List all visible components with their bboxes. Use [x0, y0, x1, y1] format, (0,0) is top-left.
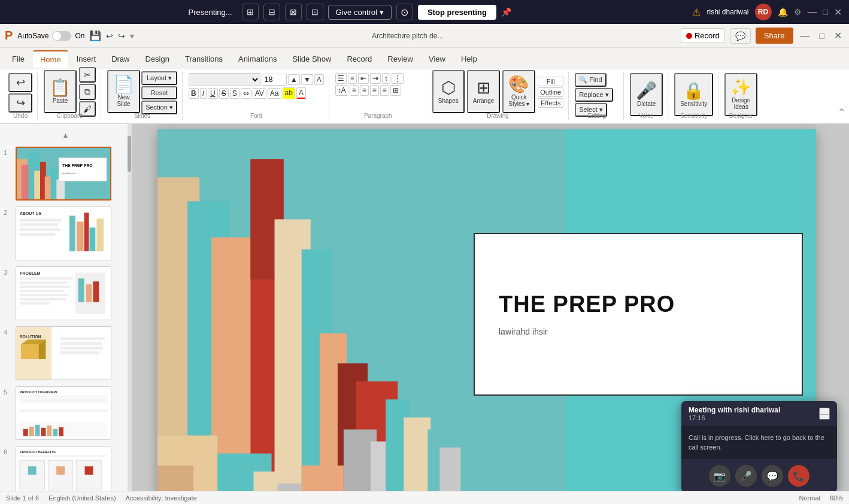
- give-control-button[interactable]: Give control ▾: [328, 5, 392, 20]
- laser-pointer-button[interactable]: ⊙: [396, 4, 413, 20]
- meeting-video-button[interactable]: 📷: [709, 465, 730, 487]
- meeting-body[interactable]: Call is in progress. Click here to go ba…: [681, 426, 837, 459]
- shadow-button[interactable]: S: [230, 88, 239, 99]
- paste-button[interactable]: 📋 Paste: [44, 70, 77, 113]
- slide-text-box[interactable]: THE PREP PRO lawirahd ihsir: [474, 233, 803, 396]
- slide-item-2[interactable]: 2 ABOUT US: [2, 205, 129, 262]
- clear-formatting-button[interactable]: A: [314, 74, 324, 85]
- bold-button[interactable]: B: [189, 88, 199, 99]
- tab-record[interactable]: Record: [339, 51, 379, 67]
- meeting-minimize-button[interactable]: —: [819, 408, 830, 420]
- slide-thumb-4[interactable]: SOLUTION: [16, 326, 111, 380]
- columns-button[interactable]: ⋮: [392, 73, 404, 84]
- tab-transitions[interactable]: Transitions: [178, 51, 230, 67]
- save-icon[interactable]: 💾: [89, 30, 101, 41]
- slide-thumb-1[interactable]: THE PREP PRO lawirahd ihsir: [16, 147, 111, 201]
- highlight-color-button[interactable]: ab: [283, 87, 295, 99]
- maximize-icon[interactable]: □: [823, 7, 828, 17]
- quick-styles-button[interactable]: 🎨 QuickStyles ▾: [502, 70, 535, 113]
- close-icon[interactable]: ✕: [834, 7, 842, 18]
- tab-animations[interactable]: Animations: [231, 51, 284, 67]
- font-color-button[interactable]: A: [296, 87, 306, 99]
- find-button[interactable]: 🔍 Find: [575, 73, 606, 87]
- title-close-icon[interactable]: ✕: [832, 30, 844, 41]
- redo-icon[interactable]: ↪: [118, 31, 125, 41]
- shape-effects-button[interactable]: Effects: [538, 98, 563, 108]
- undo-button[interactable]: ↩: [8, 73, 32, 92]
- redo-button[interactable]: ↪: [8, 93, 32, 113]
- slide-panel: ▲ 1: [0, 124, 132, 504]
- font-family-selector[interactable]: [189, 73, 260, 86]
- pres-icon-2[interactable]: ⊟: [263, 4, 280, 20]
- tab-design[interactable]: Design: [138, 51, 177, 67]
- tab-home[interactable]: Home: [33, 50, 68, 68]
- text-direction-button[interactable]: ↕A: [335, 85, 348, 96]
- smart-art-button[interactable]: ⊞: [390, 85, 401, 96]
- strikethrough-button[interactable]: S: [219, 88, 229, 99]
- tab-file[interactable]: File: [5, 51, 32, 67]
- font-size-decrease-button[interactable]: ▼: [301, 74, 313, 85]
- arrange-button[interactable]: ⊞ Arrange: [467, 70, 501, 113]
- minimize-icon[interactable]: —: [808, 7, 817, 17]
- title-maximize-icon[interactable]: □: [817, 31, 827, 41]
- new-slide-button[interactable]: 📄 NewSlide: [107, 70, 140, 113]
- tab-view[interactable]: View: [422, 51, 453, 67]
- customize-icon[interactable]: ▾: [130, 31, 134, 41]
- bullets-button[interactable]: ☰: [335, 73, 347, 84]
- font-size-increase-button[interactable]: ▲: [288, 74, 300, 85]
- record-button[interactable]: Record: [681, 28, 725, 43]
- share-button[interactable]: Share: [756, 28, 793, 44]
- spacing-button[interactable]: ⇔: [241, 88, 251, 99]
- expand-ribbon-button[interactable]: ⌃: [838, 107, 845, 118]
- tab-insert[interactable]: Insert: [69, 51, 104, 67]
- align-left-button[interactable]: ≡: [350, 85, 359, 96]
- comment-button[interactable]: 💬: [730, 28, 751, 44]
- numbering-button[interactable]: ≡: [348, 73, 357, 84]
- shapes-button[interactable]: ⬡ Shapes: [432, 70, 465, 113]
- line-spacing-button[interactable]: ↕: [382, 73, 390, 84]
- stop-presenting-button[interactable]: Stop presenting: [418, 5, 496, 20]
- meeting-hangup-button[interactable]: 📞: [788, 465, 809, 487]
- justify-button[interactable]: ≡: [380, 85, 389, 96]
- tab-help[interactable]: Help: [454, 51, 484, 67]
- slide-thumb-3[interactable]: PROBLEM: [16, 266, 111, 320]
- slide-item-5[interactable]: 5 PRODUCT OVERVIEW: [2, 385, 129, 441]
- cut-button[interactable]: ✂: [79, 67, 96, 83]
- title-minimize-icon[interactable]: —: [798, 31, 812, 41]
- slide-thumb-2[interactable]: ABOUT US: [16, 207, 111, 260]
- slide-scroll-up[interactable]: ▲: [2, 129, 129, 142]
- shape-fill-button[interactable]: Fill: [538, 77, 563, 86]
- indent-more-button[interactable]: ⇥: [370, 73, 381, 84]
- copy-button[interactable]: ⧉: [79, 84, 96, 100]
- slide-item-1[interactable]: 1: [2, 145, 129, 202]
- meeting-mute-button[interactable]: 🎤: [735, 465, 757, 487]
- replace-button[interactable]: Replace ▾: [575, 88, 613, 102]
- sensitivity-button[interactable]: 🔒 Sensitivity: [674, 73, 713, 116]
- font-size-input[interactable]: [262, 74, 287, 86]
- dictate-button[interactable]: 🎤 Dictate: [630, 73, 663, 116]
- layout-button[interactable]: Layout ▾: [141, 71, 177, 85]
- indent-less-button[interactable]: ⇤: [358, 73, 369, 84]
- pres-icon-3[interactable]: ⊠: [285, 4, 302, 20]
- slide-item-4[interactable]: 4 SOLUTION: [2, 325, 129, 381]
- reset-button[interactable]: Reset: [141, 86, 177, 99]
- shape-outline-button[interactable]: Outline: [538, 87, 563, 97]
- pres-icon-1[interactable]: ⊞: [242, 4, 259, 20]
- pres-icon-4[interactable]: ⊡: [307, 4, 323, 20]
- italic-button[interactable]: I: [200, 88, 207, 99]
- tab-draw[interactable]: Draw: [104, 51, 137, 67]
- align-center-button[interactable]: ≡: [360, 85, 369, 96]
- align-right-button[interactable]: ≡: [370, 85, 379, 96]
- slide-thumb-5[interactable]: PRODUCT OVERVIEW: [16, 386, 111, 440]
- underline-button[interactable]: U: [208, 88, 218, 99]
- char-spacing-button[interactable]: AV: [253, 88, 266, 99]
- undo-icon[interactable]: ↩: [106, 31, 113, 41]
- autosave-toggle[interactable]: [52, 31, 71, 41]
- slide-item-3[interactable]: 3 PROBLEM: [2, 265, 129, 321]
- change-case-button[interactable]: Aa: [268, 88, 281, 99]
- tab-review[interactable]: Review: [380, 51, 420, 67]
- slide-panel-scrollbar[interactable]: [128, 124, 131, 504]
- meeting-chat-button[interactable]: 💬: [762, 465, 783, 487]
- design-ideas-button[interactable]: ✨ DesignIdeas: [724, 73, 757, 116]
- tab-slideshow[interactable]: Slide Show: [285, 51, 338, 67]
